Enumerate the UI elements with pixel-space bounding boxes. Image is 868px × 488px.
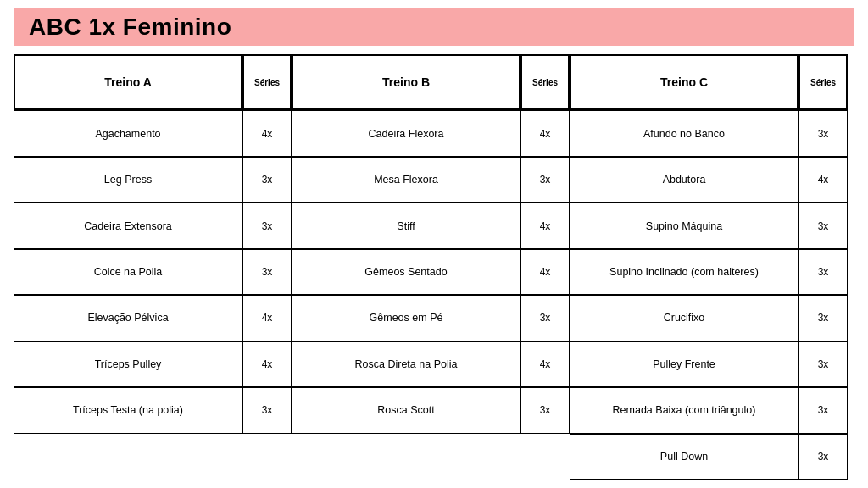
treino-a-exercise-3: Coice na Polia bbox=[14, 249, 242, 295]
treino-c-exercise-2: Supino Máquina bbox=[570, 202, 798, 248]
treino-b-empty-7 bbox=[292, 434, 520, 480]
treino-a-series-6: 3x bbox=[242, 387, 292, 433]
treino-b-series-2: 4x bbox=[520, 202, 570, 248]
treino-b-series-header: Séries bbox=[520, 54, 570, 110]
treino-a-series-2: 3x bbox=[242, 202, 292, 248]
treino-b-exercise-0: Cadeira Flexora bbox=[292, 110, 520, 156]
treino-a-empty-series-7 bbox=[242, 434, 292, 480]
treino-a-exercise-2: Cadeira Extensora bbox=[14, 202, 242, 248]
treino-b-series-1: 3x bbox=[520, 157, 570, 202]
treino-a-header: Treino A bbox=[14, 54, 242, 110]
treino-a-series-0: 4x bbox=[242, 110, 292, 156]
treino-b-series-4: 3x bbox=[520, 295, 570, 341]
treino-b-series-3: 4x bbox=[520, 249, 570, 295]
treino-c-exercise-6: Remada Baixa (com triângulo) bbox=[570, 387, 798, 433]
treino-b-exercise-2: Stiff bbox=[292, 202, 520, 248]
treino-c-series-0: 3x bbox=[798, 110, 848, 156]
treino-c-series-4: 3x bbox=[798, 295, 848, 341]
treino-a-series-header: Séries bbox=[242, 54, 292, 110]
treino-c-exercise-0: Afundo no Banco bbox=[570, 110, 798, 156]
treino-a-series-5: 4x bbox=[242, 341, 292, 387]
treino-b-exercise-5: Rosca Direta na Polia bbox=[292, 341, 520, 387]
treino-a-exercise-4: Elevação Pélvica bbox=[14, 295, 242, 341]
treino-b-empty-series-7 bbox=[520, 434, 570, 480]
treino-c-series-1: 4x bbox=[798, 157, 848, 202]
treino-c-series-header: Séries bbox=[798, 54, 848, 110]
treino-c-exercise-4: Crucifixo bbox=[570, 295, 798, 341]
treino-c-series-7: 3x bbox=[798, 434, 848, 480]
treino-c-exercise-3: Supino Inclinado (com halteres) bbox=[570, 249, 798, 295]
treino-b-series-5: 4x bbox=[520, 341, 570, 387]
treino-c-series-5: 3x bbox=[798, 341, 848, 387]
treino-a-exercise-6: Tríceps Testa (na polia) bbox=[14, 387, 242, 433]
treino-b-exercise-1: Mesa Flexora bbox=[292, 157, 520, 202]
page-title: ABC 1x Feminino bbox=[29, 14, 839, 41]
treino-a-exercise-5: Tríceps Pulley bbox=[14, 341, 242, 387]
treino-a-exercise-0: Agachamento bbox=[14, 110, 242, 156]
title-box: ABC 1x Feminino bbox=[14, 8, 854, 46]
treino-c-header: Treino C bbox=[570, 54, 798, 110]
main-grid: Treino A Séries Treino B Séries Treino C… bbox=[14, 54, 854, 480]
treino-a-series-1: 3x bbox=[242, 157, 292, 202]
page: ABC 1x Feminino Treino A Séries Treino B… bbox=[0, 0, 868, 488]
treino-c-series-2: 3x bbox=[798, 202, 848, 248]
treino-a-series-3: 3x bbox=[242, 249, 292, 295]
treino-c-exercise-1: Abdutora bbox=[570, 157, 798, 202]
treino-b-exercise-4: Gêmeos em Pé bbox=[292, 295, 520, 341]
treino-b-exercise-6: Rosca Scott bbox=[292, 387, 520, 433]
treino-b-series-6: 3x bbox=[520, 387, 570, 433]
treino-c-exercise-5: Pulley Frente bbox=[570, 341, 798, 387]
treino-a-empty-7 bbox=[14, 434, 242, 480]
treino-a-exercise-1: Leg Press bbox=[14, 157, 242, 202]
treino-b-series-0: 4x bbox=[520, 110, 570, 156]
treino-c-series-6: 3x bbox=[798, 387, 848, 433]
treino-b-exercise-3: Gêmeos Sentado bbox=[292, 249, 520, 295]
treino-c-exercise-7: Pull Down bbox=[570, 434, 798, 480]
treino-b-header: Treino B bbox=[292, 54, 520, 110]
treino-a-series-4: 4x bbox=[242, 295, 292, 341]
treino-c-series-3: 3x bbox=[798, 249, 848, 295]
